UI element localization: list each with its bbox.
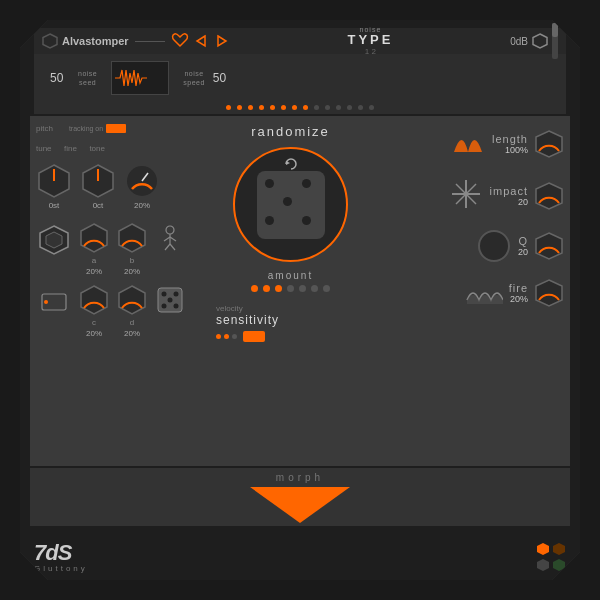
- svg-marker-42: [553, 559, 565, 571]
- led-dot-10: [325, 105, 330, 110]
- noise-type-title: TYPE: [347, 33, 393, 47]
- svg-marker-3: [533, 34, 547, 48]
- svg-marker-38: [536, 280, 562, 306]
- svg-point-25: [162, 292, 167, 297]
- fine-value: 0ct: [93, 201, 104, 210]
- prev-icon[interactable]: [192, 32, 210, 50]
- led-dot-4[interactable]: [259, 105, 264, 110]
- noise-type-nums: 1 2: [365, 48, 376, 57]
- led-dot-11: [336, 105, 341, 110]
- q-knob[interactable]: [534, 231, 564, 261]
- d-label: d: [130, 318, 134, 327]
- brand-gluttony: Gluttony: [34, 564, 88, 573]
- amount-label: amount: [216, 270, 365, 281]
- svg-marker-13: [119, 224, 145, 252]
- plugin-container: Alvastomper noise TYPE 1 2 0dB: [20, 20, 580, 580]
- tune-knob[interactable]: [36, 163, 72, 199]
- amount-dot-6[interactable]: [311, 285, 318, 292]
- svg-marker-23: [119, 286, 145, 314]
- next-icon[interactable]: [213, 32, 231, 50]
- heart-icon[interactable]: [171, 32, 189, 50]
- length-icon: [450, 124, 486, 164]
- fire-svg: [465, 276, 503, 306]
- led-dot-7[interactable]: [292, 105, 297, 110]
- svg-marker-22: [81, 286, 107, 314]
- amount-dot-3[interactable]: [275, 285, 282, 292]
- length-value: 100%: [492, 145, 528, 155]
- fine-knob[interactable]: [80, 163, 116, 199]
- right-column: length 100%: [420, 116, 570, 466]
- noise-seed-value: 50: [50, 71, 74, 85]
- svg-marker-0: [43, 34, 57, 48]
- svg-point-28: [162, 304, 167, 309]
- fine-label: fine: [64, 144, 77, 153]
- impact-control: impact 20: [426, 176, 564, 216]
- env-icon-left: [36, 222, 72, 258]
- svg-point-27: [168, 298, 173, 303]
- svg-point-14: [166, 226, 174, 234]
- led-dot-13: [358, 105, 363, 110]
- brand-section: 7dS Gluttony: [34, 542, 88, 573]
- c-knob[interactable]: [78, 284, 110, 316]
- svg-marker-37: [536, 233, 562, 259]
- led-dot-1[interactable]: [226, 105, 231, 110]
- a-value: 20%: [86, 267, 102, 276]
- led-dot-5[interactable]: [270, 105, 275, 110]
- center-column: randomize: [208, 116, 373, 466]
- tone-label: tone: [89, 144, 105, 153]
- svg-line-19: [170, 244, 175, 250]
- randomize-circle[interactable]: [233, 147, 348, 262]
- impact-knob[interactable]: [534, 181, 564, 211]
- amount-dot-2[interactable]: [263, 285, 270, 292]
- fire-value: 20%: [509, 294, 528, 304]
- led-dot-8[interactable]: [303, 105, 308, 110]
- amount-dot-5[interactable]: [299, 285, 306, 292]
- led-dot-3[interactable]: [248, 105, 253, 110]
- figure-svg: [156, 224, 184, 252]
- small-dice-icon[interactable]: [154, 284, 186, 316]
- svg-line-17: [170, 237, 176, 241]
- q-control: Q 20: [426, 228, 564, 264]
- led-dot-2[interactable]: [237, 105, 242, 110]
- morph-label: morph: [276, 472, 324, 483]
- svg-marker-2: [218, 36, 226, 46]
- length-label: length: [492, 133, 528, 145]
- velocity-toggle[interactable]: [243, 331, 265, 342]
- svg-marker-31: [536, 131, 562, 157]
- a-knob[interactable]: [78, 222, 110, 254]
- small-dice-svg: [156, 286, 184, 314]
- amount-dot-1[interactable]: [251, 285, 258, 292]
- led-dot-14: [369, 105, 374, 110]
- morph-triangle[interactable]: [250, 487, 350, 523]
- impact-svg: [448, 176, 484, 212]
- amount-dot-7[interactable]: [323, 285, 330, 292]
- main-content: pitch tracking on tune fine tone: [30, 116, 570, 466]
- figure-icon: [154, 222, 186, 254]
- tone-value: 20%: [134, 201, 150, 210]
- amount-dot-4[interactable]: [287, 285, 294, 292]
- length-knob[interactable]: [534, 129, 564, 159]
- svg-line-18: [165, 244, 170, 250]
- d-knob[interactable]: [116, 284, 148, 316]
- svg-marker-39: [537, 543, 549, 555]
- a-label: a: [92, 256, 96, 265]
- led-dot-9: [314, 105, 319, 110]
- q-circle-display: [478, 230, 510, 262]
- corner-hex-icon: [42, 33, 58, 49]
- b-knob[interactable]: [116, 222, 148, 254]
- svg-point-29: [174, 304, 179, 309]
- b-label: b: [130, 256, 134, 265]
- fire-knob[interactable]: [534, 278, 564, 308]
- svg-marker-11: [46, 232, 62, 248]
- led-dot-12: [347, 105, 352, 110]
- b-knob-group: b 20%: [116, 222, 148, 276]
- svg-marker-36: [536, 183, 562, 209]
- tone-knob[interactable]: [124, 163, 160, 199]
- led-dot-6[interactable]: [281, 105, 286, 110]
- env-c-svg: [38, 286, 70, 318]
- hex-cluster-1: [536, 542, 550, 556]
- shape-icon-1: [38, 224, 70, 256]
- length-svg: [450, 124, 486, 160]
- c-label: c: [92, 318, 96, 327]
- tracking-toggle[interactable]: [106, 124, 126, 133]
